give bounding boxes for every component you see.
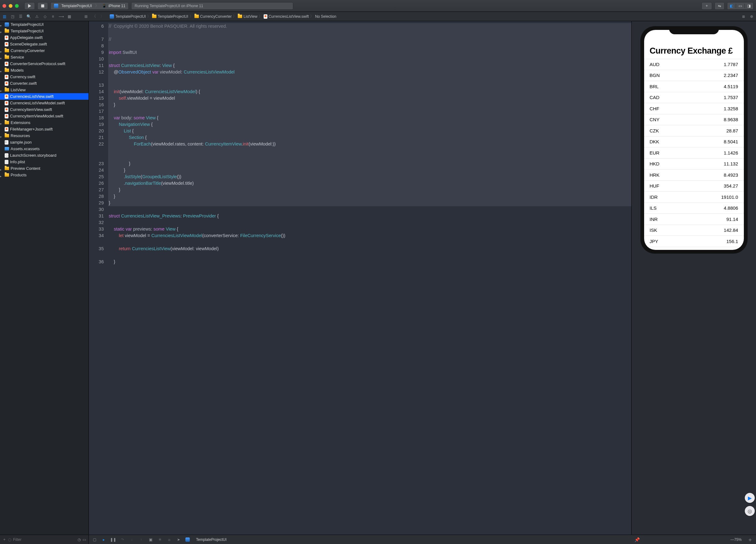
- nav-row[interactable]: Converter.swift: [0, 80, 89, 87]
- disclosure-triangle-icon[interactable]: [0, 49, 3, 52]
- nav-row[interactable]: CurrenciesListView.swift: [0, 93, 89, 100]
- rate-row[interactable]: ILS4.8806: [644, 203, 744, 214]
- scheme-selector[interactable]: TemplateProjectUI 〉 📱 iPhone 11: [50, 2, 129, 10]
- minimize-icon[interactable]: [9, 4, 12, 8]
- rate-row[interactable]: HRK8.4923: [644, 169, 744, 181]
- debug-navigator-icon[interactable]: ≡: [50, 14, 55, 19]
- adjust-editor-icon[interactable]: ⊕: [749, 14, 754, 19]
- disclosure-triangle-icon[interactable]: [0, 69, 3, 72]
- hide-debug-icon[interactable]: ▢: [92, 537, 97, 542]
- find-navigator-icon[interactable]: 🔍: [26, 14, 31, 19]
- disclosure-triangle-icon[interactable]: [0, 174, 3, 177]
- navigator-filter-input[interactable]: [13, 537, 76, 542]
- device-screen[interactable]: Currency Exchange £ AUD1.7787BGN2.2347BR…: [644, 30, 744, 250]
- breadcrumb-segment[interactable]: TemplateProjectUI: [115, 14, 146, 19]
- nav-row[interactable]: Service: [0, 54, 89, 60]
- project-navigator-icon[interactable]: ▥: [2, 14, 7, 19]
- add-navigator-item-icon[interactable]: ＋: [2, 537, 6, 542]
- nav-row[interactable]: TemplateProjectUI: [0, 21, 89, 28]
- debug-process-name[interactable]: TemplateProjectUI: [196, 537, 227, 542]
- related-items-icon[interactable]: ⊞: [84, 14, 89, 19]
- editor-lines-icon[interactable]: ≣: [741, 14, 746, 19]
- breadcrumb-segment[interactable]: CurrenciesListView.swift: [269, 14, 309, 19]
- nav-row[interactable]: CurrencyItemViewModel.swift: [0, 113, 89, 119]
- rate-row[interactable]: CZK28.87: [644, 125, 744, 136]
- project-navigator[interactable]: TemplateProjectUITemplateProjectUIAppDel…: [0, 21, 89, 535]
- disclosure-triangle-icon[interactable]: [0, 121, 3, 124]
- scm-filter-icon[interactable]: ▭: [83, 537, 86, 542]
- jump-bar[interactable]: TemplateProjectUI〉 TemplateProjectUI〉 Cu…: [110, 14, 336, 19]
- rate-row[interactable]: ISK142.84: [644, 225, 744, 236]
- disclosure-triangle-icon[interactable]: [0, 167, 3, 170]
- environment-overrides-icon[interactable]: ☼: [167, 537, 172, 542]
- nav-row[interactable]: LaunchScreen.storyboard: [0, 152, 89, 159]
- rate-row[interactable]: HKD11.132: [644, 159, 744, 170]
- breakpoints-toggle-icon[interactable]: ▸: [101, 537, 106, 542]
- rate-row[interactable]: AUD1.7787: [644, 59, 744, 70]
- disclosure-triangle-icon[interactable]: [0, 56, 3, 59]
- rate-row[interactable]: IDR19101.0: [644, 192, 744, 203]
- nav-row[interactable]: AppDelegate.swift: [0, 34, 89, 41]
- nav-row[interactable]: Models: [0, 67, 89, 74]
- test-navigator-icon[interactable]: ◇: [42, 14, 47, 19]
- nav-row[interactable]: Assets.xcassets: [0, 146, 89, 152]
- preview-inspect-icon[interactable]: ◎: [745, 506, 755, 516]
- rate-row[interactable]: HUF354.27: [644, 181, 744, 192]
- symbol-navigator-icon[interactable]: ☰: [18, 14, 23, 19]
- close-icon[interactable]: [2, 4, 6, 8]
- report-navigator-icon[interactable]: ▦: [67, 14, 72, 19]
- nav-row[interactable]: CurrencyConverter: [0, 47, 89, 54]
- nav-forward-icon[interactable]: 〉: [100, 14, 105, 19]
- nav-row[interactable]: Products: [0, 172, 89, 178]
- nav-row[interactable]: Resources: [0, 132, 89, 139]
- disclosure-triangle-icon[interactable]: [0, 88, 3, 92]
- stop-button[interactable]: [37, 2, 48, 10]
- view-debugger-icon[interactable]: ▣: [148, 537, 153, 542]
- rates-list[interactable]: AUD1.7787BGN2.2347BRL4.5119CAD1.7537CHF1…: [644, 59, 744, 247]
- add-button[interactable]: ＋: [701, 2, 712, 10]
- step-into-icon[interactable]: ↓: [129, 537, 134, 542]
- code-area[interactable]: // Copyright © 2020 Benoit PASQUIER. All…: [108, 21, 631, 535]
- toggle-debug-icon[interactable]: ▭: [736, 4, 745, 8]
- zoom-window-icon[interactable]: [15, 4, 19, 8]
- zoom-in-icon[interactable]: ＋: [747, 536, 753, 543]
- issue-navigator-icon[interactable]: ⚠: [34, 14, 39, 19]
- run-button[interactable]: [24, 2, 35, 10]
- rate-row[interactable]: CAD1.7537: [644, 92, 744, 103]
- rate-row[interactable]: CNY8.9638: [644, 114, 744, 126]
- breadcrumb-segment[interactable]: CurrencyConverter: [200, 14, 232, 19]
- disclosure-triangle-icon[interactable]: [0, 23, 3, 26]
- pause-icon[interactable]: ❚❚: [111, 537, 116, 542]
- rate-row[interactable]: CHF1.3258: [644, 103, 744, 114]
- filter-scope-icon[interactable]: ◌: [8, 537, 11, 542]
- toggle-navigator-icon[interactable]: ◧: [727, 4, 736, 8]
- toggle-inspectors-icon[interactable]: ◨: [745, 4, 753, 8]
- disclosure-triangle-icon[interactable]: [0, 30, 3, 33]
- breadcrumb-segment[interactable]: TemplateProjectUI: [158, 14, 188, 19]
- nav-row[interactable]: Preview Content: [0, 165, 89, 172]
- rate-row[interactable]: BRL4.5119: [644, 81, 744, 92]
- nav-row[interactable]: Extensions: [0, 119, 89, 126]
- breadcrumb-segment[interactable]: No Selection: [315, 14, 336, 19]
- rate-row[interactable]: BGN2.2347: [644, 70, 744, 81]
- breakpoint-navigator-icon[interactable]: ⟶: [59, 14, 64, 19]
- source-editor[interactable]: 6 789101112 13141516171819202122 2324252…: [89, 21, 631, 535]
- rate-row[interactable]: DKK8.5041: [644, 136, 744, 148]
- rate-row[interactable]: INR91.14: [644, 214, 744, 225]
- source-control-navigator-icon[interactable]: ◳: [10, 14, 15, 19]
- nav-row[interactable]: SceneDelegate.swift: [0, 41, 89, 47]
- nav-row[interactable]: FileManager+Json.swift: [0, 126, 89, 132]
- nav-row[interactable]: ConverterServiceProtocol.swift: [0, 60, 89, 67]
- step-out-icon[interactable]: ↑: [139, 537, 144, 542]
- nav-back-icon[interactable]: 〈: [92, 14, 97, 19]
- rate-row[interactable]: JPY156.1: [644, 236, 744, 247]
- rate-row[interactable]: EUR1.1426: [644, 147, 744, 159]
- step-over-icon[interactable]: ↷: [120, 537, 125, 542]
- nav-row[interactable]: Info.plist: [0, 159, 89, 165]
- pin-preview-icon[interactable]: 📌: [634, 537, 640, 542]
- nav-row[interactable]: TemplateProjectUI: [0, 28, 89, 34]
- nav-row[interactable]: Currency.swift: [0, 74, 89, 80]
- memory-graph-icon[interactable]: ⚛: [157, 537, 162, 542]
- nav-row[interactable]: CurrencyItemView.swift: [0, 106, 89, 113]
- nav-row[interactable]: sample.json: [0, 139, 89, 146]
